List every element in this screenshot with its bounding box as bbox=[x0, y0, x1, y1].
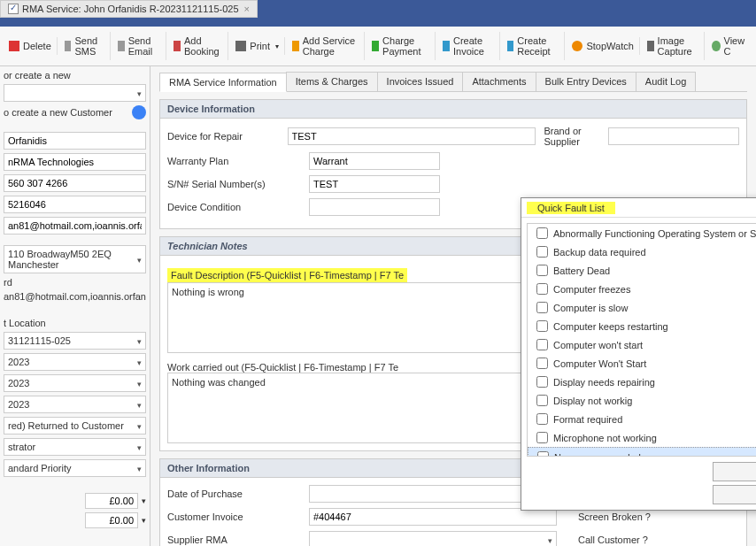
sn-input[interactable] bbox=[309, 175, 440, 193]
tab-bulk-entry[interactable]: Bulk Entry Devices bbox=[536, 72, 636, 91]
money1-input[interactable] bbox=[85, 493, 138, 509]
company-input[interactable] bbox=[4, 153, 146, 171]
fault-checkbox[interactable] bbox=[536, 320, 548, 332]
fault-list-item[interactable]: Computer Won't Start bbox=[528, 354, 756, 373]
tab-audit-log[interactable]: Audit Log bbox=[636, 72, 696, 91]
customer-name-input[interactable] bbox=[4, 132, 146, 150]
add-service-charge-button[interactable]: Add Service Charge bbox=[287, 32, 365, 60]
fault-checkbox[interactable] bbox=[536, 413, 548, 425]
ci-input[interactable] bbox=[309, 508, 557, 526]
create-dropdown[interactable] bbox=[4, 84, 146, 102]
q-screen-broken: Screen Broken ? bbox=[578, 511, 651, 522]
fault-list-item[interactable]: Backup data required bbox=[528, 242, 756, 261]
phone-input[interactable] bbox=[4, 174, 146, 192]
warranty-input[interactable] bbox=[309, 152, 440, 170]
tab-items-charges[interactable]: Items & Charges bbox=[286, 72, 378, 91]
money-caret2[interactable]: ▾ bbox=[142, 516, 146, 525]
main-area: or create a new o create a new Customer … bbox=[0, 66, 756, 546]
send-email-button[interactable]: Send Email bbox=[112, 32, 166, 60]
fault-item-label: Computer keeps restarting bbox=[553, 321, 668, 332]
view-c-button[interactable]: View C bbox=[706, 32, 752, 60]
work-label: Work carried out (F5-Quicklist | F6-Time… bbox=[167, 362, 398, 373]
tab-attachments[interactable]: Attachments bbox=[462, 72, 536, 91]
address2: rd bbox=[4, 277, 146, 288]
fault-checkbox[interactable] bbox=[536, 302, 548, 313]
fault-item-label: Format required bbox=[553, 414, 622, 425]
date2-field[interactable]: 2023 bbox=[4, 374, 146, 392]
condition-input[interactable] bbox=[309, 198, 440, 216]
add-booking-button[interactable]: Add Booking bbox=[168, 32, 229, 60]
delete-button[interactable]: Delete bbox=[4, 37, 58, 55]
srma-input[interactable] bbox=[309, 531, 557, 546]
money-caret[interactable]: ▾ bbox=[142, 496, 146, 505]
camera-icon bbox=[647, 41, 654, 51]
fault-list-item[interactable]: New screen needed bbox=[528, 447, 756, 457]
money2-input[interactable] bbox=[85, 512, 138, 528]
fault-item-label: Display not workig bbox=[553, 396, 632, 406]
doc-check-icon bbox=[8, 4, 19, 14]
sms-icon bbox=[65, 41, 72, 51]
fault-checkbox[interactable] bbox=[536, 358, 548, 369]
rma-no-field[interactable]: 31121115-025 bbox=[4, 332, 146, 350]
tab-invoices[interactable]: Invoices Issued bbox=[377, 72, 464, 91]
fault-item-label: Computer won't start bbox=[553, 340, 643, 350]
tab-rma-info[interactable]: RMA Service Information bbox=[159, 73, 287, 92]
send-sms-button[interactable]: Send SMS bbox=[59, 32, 111, 60]
fault-list-item[interactable]: Computer freezes bbox=[528, 280, 756, 298]
fault-item-label: Computer freezes bbox=[553, 284, 630, 295]
create-header: or create a new bbox=[4, 70, 146, 81]
fault-checkbox[interactable] bbox=[536, 432, 548, 443]
fault-list-item[interactable]: Computer keeps restarting bbox=[528, 317, 756, 335]
fault-list-item[interactable]: Format required bbox=[528, 410, 756, 428]
fault-checkbox[interactable] bbox=[536, 265, 548, 276]
cancel-button[interactable]: Cancel bbox=[713, 485, 756, 504]
fault-list-item[interactable]: Abnormally Functioning Operating System … bbox=[528, 224, 756, 242]
fault-listbox[interactable]: Abnormally Functioning Operating System … bbox=[527, 223, 756, 457]
fault-checkbox[interactable] bbox=[536, 395, 548, 406]
user-field[interactable]: strator bbox=[4, 438, 146, 456]
fault-item-label: New screen needed bbox=[554, 452, 641, 458]
date3-field[interactable]: 2023 bbox=[4, 396, 146, 413]
fault-item-label: Backup data required bbox=[553, 247, 646, 258]
fault-checkbox[interactable] bbox=[536, 339, 548, 350]
delete-icon bbox=[9, 41, 19, 51]
fault-checkbox[interactable] bbox=[536, 283, 548, 295]
fault-list-item[interactable]: Battery Dead bbox=[528, 261, 756, 280]
postcode-input[interactable] bbox=[4, 196, 146, 213]
address-input[interactable]: 110 BroadwayM50 2EQ Manchester bbox=[4, 245, 146, 273]
create-invoice-button[interactable]: Create Invoice bbox=[437, 32, 499, 60]
image-capture-button[interactable]: Image Capture bbox=[642, 32, 705, 60]
fault-list-item[interactable]: Display not workig bbox=[528, 391, 756, 410]
add-customer-icon[interactable] bbox=[132, 105, 146, 119]
fault-label: Fault Description (F5-Quicklist | F6-Tim… bbox=[167, 268, 407, 282]
fault-list-item[interactable]: Computer won't start bbox=[528, 335, 756, 354]
location-label: t Location bbox=[4, 318, 146, 328]
print-button[interactable]: Print▾ bbox=[230, 37, 285, 55]
ok-button[interactable]: OK bbox=[713, 462, 756, 481]
document-tab[interactable]: RMA Service: John Orfanidis R-2023112111… bbox=[0, 0, 258, 18]
stopwatch-button[interactable]: StopWatch bbox=[567, 37, 639, 55]
fault-list-item[interactable]: Display needs repairing bbox=[528, 373, 756, 391]
brand-input[interactable] bbox=[608, 127, 739, 145]
condition-label: Device Condition bbox=[167, 202, 309, 212]
dop-input[interactable] bbox=[309, 485, 557, 503]
create-receipt-button[interactable]: Create Receipt bbox=[502, 32, 566, 60]
fault-list-item[interactable]: Microphone not working bbox=[528, 428, 756, 447]
status-field[interactable]: red) Returned to Customer bbox=[4, 417, 146, 434]
emails-input[interactable] bbox=[4, 217, 146, 235]
fault-checkbox[interactable] bbox=[536, 376, 548, 388]
device-input[interactable] bbox=[288, 127, 536, 145]
close-tab-icon[interactable]: × bbox=[244, 4, 250, 14]
fault-list-item[interactable]: Computer is slow bbox=[528, 298, 756, 317]
fault-checkbox[interactable] bbox=[536, 246, 548, 258]
fault-item-label: Battery Dead bbox=[553, 265, 610, 276]
charge-payment-button[interactable]: Charge Payment bbox=[366, 32, 436, 60]
priority-field[interactable]: andard Priority bbox=[4, 459, 146, 477]
date1-field[interactable]: 2023 bbox=[4, 353, 146, 371]
fault-checkbox[interactable] bbox=[537, 451, 549, 457]
person-icon bbox=[712, 41, 720, 51]
fault-checkbox[interactable] bbox=[536, 227, 548, 239]
sn-label: S/N# Serial Number(s) bbox=[167, 179, 309, 189]
device-info-header: Device Information bbox=[159, 99, 747, 119]
calendar-icon bbox=[174, 41, 181, 51]
